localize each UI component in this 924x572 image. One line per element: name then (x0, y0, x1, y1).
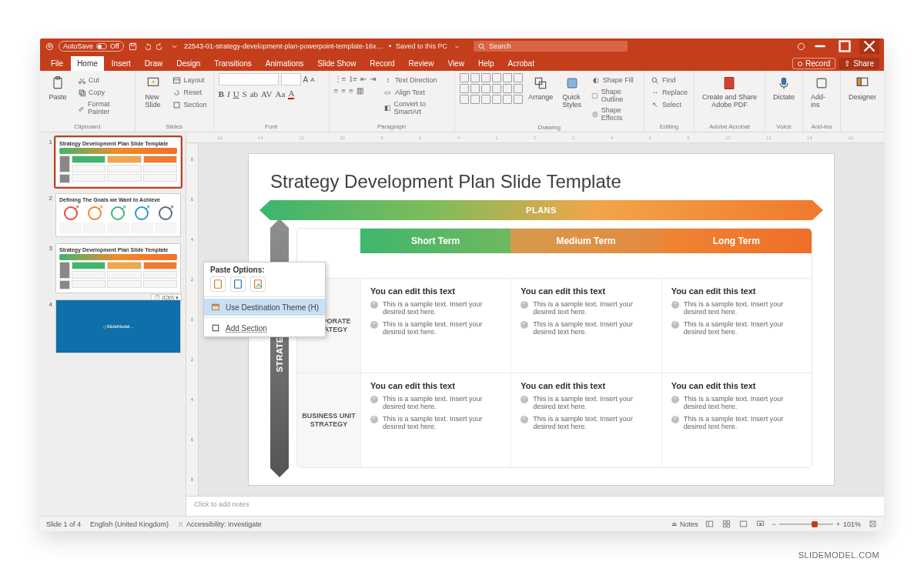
shapes-gallery[interactable] (460, 73, 523, 104)
minimize-button[interactable] (810, 38, 830, 54)
col-short-term[interactable]: Short Term (360, 229, 511, 253)
italic-button[interactable]: I (227, 89, 230, 99)
slide-counter[interactable]: Slide 1 of 4 (46, 520, 81, 528)
indent-dec-button[interactable]: ⇤ (360, 75, 367, 83)
strategy-matrix[interactable]: Short Term Medium Term Long Term CORPORA… (296, 228, 812, 468)
search-input[interactable] (489, 42, 624, 50)
layout-button[interactable]: Layout (171, 75, 209, 85)
notes-toggle[interactable]: ≐ Notes (671, 520, 698, 528)
slide-title[interactable]: Strategy Development Plan Slide Template (270, 171, 812, 192)
shadow-button[interactable]: ab (250, 89, 258, 99)
use-destination-theme-item[interactable]: Use Destination Theme (H) (204, 299, 325, 316)
paste-option-2[interactable] (230, 276, 246, 292)
zoom-in-button[interactable]: + (836, 520, 840, 528)
underline-button[interactable]: U (233, 89, 239, 99)
maximize-button[interactable] (835, 38, 855, 54)
text-direction-button[interactable]: ↕Text Direction (382, 75, 450, 85)
columns-button[interactable]: ▥ (357, 86, 363, 95)
dictate-button[interactable]: Dictate (770, 73, 798, 102)
record-button[interactable]: Record (792, 58, 835, 69)
normal-view-button[interactable] (704, 519, 715, 530)
col-medium-term[interactable]: Medium Term (511, 229, 661, 253)
language-indicator[interactable]: English (United Kingdom) (90, 520, 169, 528)
share-button[interactable]: ⇪Share (839, 58, 879, 69)
cell-r1c1[interactable]: You can edit this textThis is a sample t… (360, 278, 511, 373)
paste-option-1[interactable] (210, 276, 226, 292)
tab-file[interactable]: File (45, 56, 69, 71)
tab-view[interactable]: View (441, 56, 470, 71)
smartart-button[interactable]: ◧Convert to SmartArt (382, 99, 450, 116)
tab-animations[interactable]: Animations (259, 56, 310, 71)
replace-button[interactable]: ↔Replace (649, 87, 689, 98)
search-box[interactable] (474, 41, 628, 52)
shape-fill-button[interactable]: ◐Shape Fill (590, 75, 639, 85)
indent-inc-button[interactable]: ⇥ (370, 75, 376, 83)
save-icon[interactable] (129, 42, 138, 51)
tab-slideshow[interactable]: Slide Show (311, 56, 362, 71)
zoom-slider[interactable]: − + 101% (772, 520, 861, 528)
redo-icon[interactable] (156, 42, 166, 51)
reading-view-button[interactable] (738, 519, 748, 530)
account-icon[interactable] (796, 42, 805, 51)
undo-icon[interactable] (142, 42, 152, 51)
chevron-down-icon[interactable] (452, 42, 461, 51)
align-center-button[interactable]: ≡ (341, 86, 346, 95)
adobe-pdf-button[interactable]: Create and Share Adobe PDF (699, 73, 760, 110)
paste-button[interactable]: Paste (45, 73, 71, 102)
shape-outline-button[interactable]: ▢Shape Outline (590, 87, 639, 104)
cell-r1c2[interactable]: You can edit this textThis is a sample t… (511, 278, 661, 373)
bullets-button[interactable]: ⋮≡ (334, 75, 346, 83)
cell-r2c3[interactable]: You can edit this textThis is a sample t… (661, 373, 812, 467)
thumbnail-1[interactable]: 1 Strategy Development Plan Slide Templa… (45, 137, 181, 187)
tab-insert[interactable]: Insert (105, 56, 137, 71)
slide-thumbnails-pane[interactable]: 1 Strategy Development Plan Slide Templa… (40, 132, 186, 516)
bold-button[interactable]: B (219, 89, 224, 99)
arrange-button[interactable]: Arrange (527, 73, 554, 102)
thumbnail-4[interactable]: 4 ⟳ SlideModel... (45, 299, 181, 353)
spacing-button[interactable]: AV (261, 89, 272, 99)
numbering-button[interactable]: 1≡ (349, 75, 357, 83)
cell-r1c3[interactable]: You can edit this textThis is a sample t… (661, 278, 812, 373)
col-long-term[interactable]: Long Term (661, 229, 812, 253)
notes-pane[interactable]: Click to add notes (186, 496, 884, 516)
slide-content[interactable]: Strategy Development Plan Slide Template… (249, 154, 834, 485)
section-button[interactable]: Section (171, 99, 209, 110)
thumbnail-3[interactable]: 3 Strategy Development Plan Slide Templa… (45, 243, 181, 293)
tab-record[interactable]: Record (363, 56, 400, 71)
tab-acrobat[interactable]: Acrobat (501, 56, 540, 71)
quick-styles-button[interactable]: Quick Styles (559, 73, 585, 110)
slideshow-view-button[interactable] (755, 519, 765, 530)
fit-window-button[interactable] (867, 519, 878, 530)
select-button[interactable]: ↖Select (649, 99, 689, 110)
tab-transitions[interactable]: Transitions (208, 56, 258, 71)
cell-r2c2[interactable]: You can edit this textThis is a sample t… (511, 373, 661, 467)
close-button[interactable] (859, 38, 879, 54)
thumbnail-2[interactable]: 2 Defining The Goals we Want to Achieve (45, 193, 181, 237)
case-button[interactable]: Aa (276, 89, 286, 99)
cell-r2c1[interactable]: You can edit this textThis is a sample t… (360, 373, 511, 467)
paste-option-3[interactable] (250, 276, 266, 292)
strike-button[interactable]: S (243, 89, 247, 99)
autosave-toggle[interactable]: AutoSave Off (59, 41, 124, 52)
plans-arrow[interactable]: PLANS (270, 200, 812, 220)
sorter-view-button[interactable] (721, 519, 732, 530)
shrink-font-button[interactable]: A (310, 76, 314, 83)
tab-review[interactable]: Review (403, 56, 440, 71)
new-slide-button[interactable]: New Slide (140, 73, 166, 110)
align-text-button[interactable]: ▭Align Text (382, 87, 450, 98)
shape-effects-button[interactable]: ◎Shape Effects (590, 105, 639, 122)
zoom-percent[interactable]: 101% (843, 520, 861, 528)
cut-button[interactable]: Cut (75, 75, 130, 85)
row-business[interactable]: BUSINESS UNIT STRATEGY (297, 373, 360, 467)
qa-dropdown-icon[interactable] (170, 42, 179, 51)
font-family-combo[interactable] (219, 73, 279, 85)
grow-font-button[interactable]: A (303, 75, 309, 84)
zoom-out-button[interactable]: − (772, 520, 775, 528)
designer-button[interactable]: Designer (845, 73, 879, 102)
addins-button[interactable]: Add-ins (808, 73, 835, 110)
copy-button[interactable]: Copy (75, 87, 130, 98)
format-painter-button[interactable]: Format Painter (75, 99, 130, 116)
reset-button[interactable]: Reset (171, 87, 209, 98)
tab-help[interactable]: Help (472, 56, 500, 71)
align-right-button[interactable]: ≡ (349, 86, 353, 95)
